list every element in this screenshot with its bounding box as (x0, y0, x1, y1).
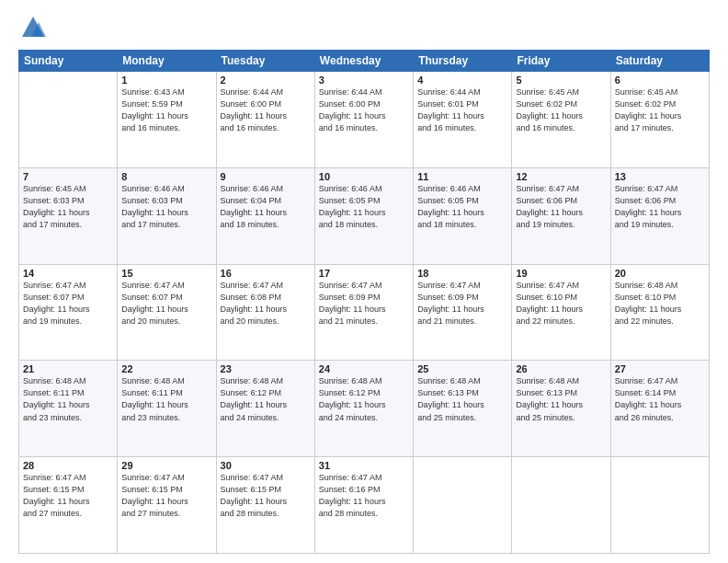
logo-icon (20, 15, 46, 40)
day-info: Sunrise: 6:46 AM Sunset: 6:05 PM Dayligh… (417, 183, 507, 231)
day-info: Sunrise: 6:48 AM Sunset: 6:13 PM Dayligh… (516, 375, 606, 423)
day-number: 1 (121, 75, 211, 86)
day-info: Sunrise: 6:47 AM Sunset: 6:07 PM Dayligh… (23, 280, 113, 327)
logo (18, 15, 46, 40)
day-number: 13 (615, 171, 705, 182)
header-day-thursday: Thursday (414, 51, 512, 72)
day-number: 26 (516, 363, 606, 374)
calendar-cell (610, 457, 709, 554)
day-info: Sunrise: 6:46 AM Sunset: 6:05 PM Dayligh… (319, 183, 409, 231)
day-number: 30 (221, 460, 311, 471)
day-info: Sunrise: 6:48 AM Sunset: 6:11 PM Dayligh… (23, 375, 113, 423)
day-number: 23 (221, 363, 311, 374)
day-number: 17 (319, 268, 409, 279)
day-info: Sunrise: 6:47 AM Sunset: 6:09 PM Dayligh… (319, 280, 409, 327)
day-info: Sunrise: 6:45 AM Sunset: 6:02 PM Dayligh… (516, 86, 606, 134)
calendar-cell: 13Sunrise: 6:47 AM Sunset: 6:06 PM Dayli… (610, 167, 709, 264)
calendar-cell: 27Sunrise: 6:47 AM Sunset: 6:14 PM Dayli… (610, 361, 709, 457)
calendar-cell: 15Sunrise: 6:47 AM Sunset: 6:07 PM Dayli… (118, 264, 216, 361)
header-day-sunday: Sunday (19, 51, 118, 72)
day-number: 14 (23, 268, 113, 279)
calendar-cell: 8Sunrise: 6:46 AM Sunset: 6:03 PM Daylig… (118, 167, 216, 264)
calendar-cell (512, 457, 610, 554)
week-row-1: 1Sunrise: 6:43 AM Sunset: 5:59 PM Daylig… (19, 72, 710, 168)
day-number: 5 (516, 75, 606, 86)
day-number: 22 (121, 363, 211, 374)
day-info: Sunrise: 6:47 AM Sunset: 6:15 PM Dayligh… (221, 472, 311, 520)
day-number: 15 (121, 268, 211, 279)
calendar-cell: 29Sunrise: 6:47 AM Sunset: 6:15 PM Dayli… (118, 457, 216, 554)
calendar-cell: 14Sunrise: 6:47 AM Sunset: 6:07 PM Dayli… (19, 264, 118, 361)
calendar-cell: 28Sunrise: 6:47 AM Sunset: 6:15 PM Dayli… (19, 457, 118, 554)
day-number: 8 (121, 171, 211, 182)
calendar-cell: 6Sunrise: 6:45 AM Sunset: 6:02 PM Daylig… (610, 72, 709, 168)
calendar-cell: 4Sunrise: 6:44 AM Sunset: 6:01 PM Daylig… (414, 72, 512, 168)
calendar-cell: 1Sunrise: 6:43 AM Sunset: 5:59 PM Daylig… (118, 72, 216, 168)
calendar-cell: 17Sunrise: 6:47 AM Sunset: 6:09 PM Dayli… (314, 264, 413, 361)
day-number: 2 (221, 75, 311, 86)
day-number: 29 (121, 460, 211, 471)
week-row-4: 21Sunrise: 6:48 AM Sunset: 6:11 PM Dayli… (19, 361, 710, 457)
day-info: Sunrise: 6:47 AM Sunset: 6:09 PM Dayligh… (417, 280, 507, 327)
calendar-cell: 3Sunrise: 6:44 AM Sunset: 6:00 PM Daylig… (314, 72, 413, 168)
calendar-cell: 21Sunrise: 6:48 AM Sunset: 6:11 PM Dayli… (19, 361, 118, 457)
day-number: 3 (319, 75, 409, 86)
header-day-tuesday: Tuesday (216, 51, 314, 72)
day-info: Sunrise: 6:47 AM Sunset: 6:06 PM Dayligh… (516, 183, 606, 231)
day-number: 7 (23, 171, 113, 182)
calendar-cell: 23Sunrise: 6:48 AM Sunset: 6:12 PM Dayli… (216, 361, 314, 457)
day-info: Sunrise: 6:48 AM Sunset: 6:10 PM Dayligh… (615, 280, 705, 327)
day-number: 6 (615, 75, 705, 86)
day-number: 9 (221, 171, 311, 182)
day-info: Sunrise: 6:43 AM Sunset: 5:59 PM Dayligh… (121, 86, 211, 134)
day-info: Sunrise: 6:47 AM Sunset: 6:06 PM Dayligh… (615, 183, 705, 231)
day-info: Sunrise: 6:47 AM Sunset: 6:14 PM Dayligh… (615, 375, 705, 423)
day-info: Sunrise: 6:44 AM Sunset: 6:00 PM Dayligh… (319, 86, 409, 134)
calendar-cell: 26Sunrise: 6:48 AM Sunset: 6:13 PM Dayli… (512, 361, 610, 457)
calendar-cell: 31Sunrise: 6:47 AM Sunset: 6:16 PM Dayli… (314, 457, 413, 554)
calendar-cell: 12Sunrise: 6:47 AM Sunset: 6:06 PM Dayli… (512, 167, 610, 264)
day-info: Sunrise: 6:47 AM Sunset: 6:10 PM Dayligh… (516, 280, 606, 327)
day-info: Sunrise: 6:47 AM Sunset: 6:15 PM Dayligh… (23, 472, 113, 520)
day-info: Sunrise: 6:48 AM Sunset: 6:13 PM Dayligh… (417, 375, 507, 423)
day-number: 24 (319, 363, 409, 374)
day-number: 10 (319, 171, 409, 182)
calendar-cell: 11Sunrise: 6:46 AM Sunset: 6:05 PM Dayli… (414, 167, 512, 264)
day-number: 25 (417, 363, 507, 374)
calendar-cell: 30Sunrise: 6:47 AM Sunset: 6:15 PM Dayli… (216, 457, 314, 554)
day-number: 18 (417, 268, 507, 279)
week-row-5: 28Sunrise: 6:47 AM Sunset: 6:15 PM Dayli… (19, 457, 710, 554)
day-info: Sunrise: 6:48 AM Sunset: 6:11 PM Dayligh… (121, 375, 211, 423)
header-day-saturday: Saturday (610, 51, 709, 72)
page: SundayMondayTuesdayWednesdayThursdayFrid… (0, 0, 728, 563)
day-number: 27 (615, 363, 705, 374)
day-info: Sunrise: 6:45 AM Sunset: 6:02 PM Dayligh… (615, 86, 705, 134)
calendar-cell: 5Sunrise: 6:45 AM Sunset: 6:02 PM Daylig… (512, 72, 610, 168)
day-info: Sunrise: 6:44 AM Sunset: 6:00 PM Dayligh… (221, 86, 311, 134)
week-row-2: 7Sunrise: 6:45 AM Sunset: 6:03 PM Daylig… (19, 167, 710, 264)
calendar-cell: 18Sunrise: 6:47 AM Sunset: 6:09 PM Dayli… (414, 264, 512, 361)
day-number: 19 (516, 268, 606, 279)
day-number: 12 (516, 171, 606, 182)
day-number: 31 (319, 460, 409, 471)
calendar-cell (19, 72, 118, 168)
day-number: 11 (417, 171, 507, 182)
day-number: 4 (417, 75, 507, 86)
calendar-cell: 9Sunrise: 6:46 AM Sunset: 6:04 PM Daylig… (216, 167, 314, 264)
day-info: Sunrise: 6:48 AM Sunset: 6:12 PM Dayligh… (319, 375, 409, 423)
header-day-wednesday: Wednesday (314, 51, 413, 72)
day-number: 21 (23, 363, 113, 374)
day-info: Sunrise: 6:47 AM Sunset: 6:15 PM Dayligh… (121, 472, 211, 520)
calendar-header-row: SundayMondayTuesdayWednesdayThursdayFrid… (19, 51, 710, 72)
day-info: Sunrise: 6:47 AM Sunset: 6:07 PM Dayligh… (121, 280, 211, 327)
header (18, 15, 710, 40)
calendar-cell: 10Sunrise: 6:46 AM Sunset: 6:05 PM Dayli… (314, 167, 413, 264)
calendar-cell: 2Sunrise: 6:44 AM Sunset: 6:00 PM Daylig… (216, 72, 314, 168)
day-number: 20 (615, 268, 705, 279)
calendar-cell: 7Sunrise: 6:45 AM Sunset: 6:03 PM Daylig… (19, 167, 118, 264)
day-info: Sunrise: 6:46 AM Sunset: 6:03 PM Dayligh… (121, 183, 211, 231)
day-info: Sunrise: 6:47 AM Sunset: 6:16 PM Dayligh… (319, 472, 409, 520)
day-info: Sunrise: 6:44 AM Sunset: 6:01 PM Dayligh… (417, 86, 507, 134)
header-day-friday: Friday (512, 51, 610, 72)
day-info: Sunrise: 6:46 AM Sunset: 6:04 PM Dayligh… (221, 183, 311, 231)
